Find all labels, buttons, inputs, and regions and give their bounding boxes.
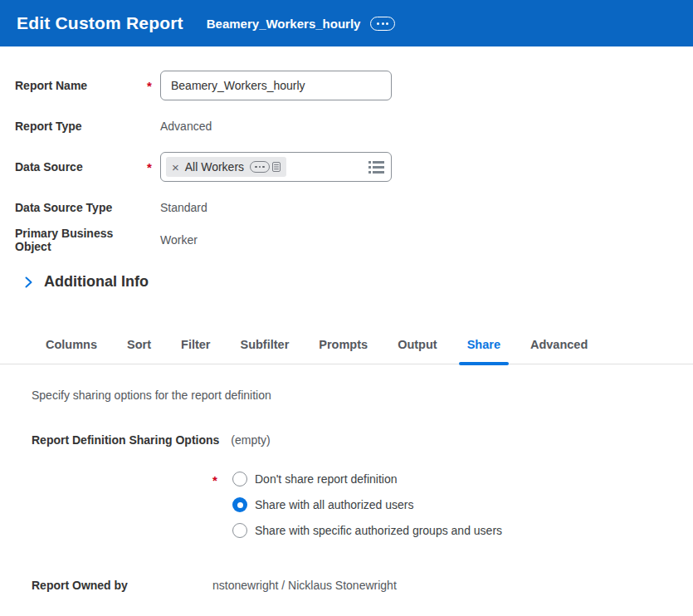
tab-share[interactable]: Share	[467, 338, 500, 364]
tab-output[interactable]: Output	[398, 338, 437, 364]
report-name-label: Report Name	[15, 79, 147, 92]
primary-business-object-row: Primary Business Object Worker	[15, 232, 693, 247]
sharing-options-row: Report Definition Sharing Options (empty…	[32, 433, 693, 447]
dot	[255, 166, 257, 169]
data-source-label: Data Source	[15, 160, 147, 174]
radio-option-dont-share[interactable]: Don't share report definition	[232, 472, 502, 486]
pill-related-actions-ellipsis-icon[interactable]	[250, 161, 270, 173]
dot	[259, 166, 261, 169]
selected-item-pill: × All Workers	[166, 157, 286, 177]
report-tabs: Columns Sort Filter Subfilter Prompts Ou…	[0, 338, 693, 364]
report-owned-by-row: Report Owned by nstonewright / Nicklaus …	[32, 579, 693, 592]
radio-label: Don't share report definition	[255, 472, 398, 486]
tab-label: Sort	[127, 338, 151, 351]
sharing-options-value: (empty)	[231, 433, 270, 447]
report-type-row: Report Type Advanced	[15, 119, 693, 134]
page-title: Edit Custom Report	[17, 13, 183, 33]
report-type-label: Report Type	[15, 120, 147, 133]
tab-label: Subfilter	[240, 338, 289, 351]
report-name-row: Report Name *	[15, 71, 693, 100]
radio-option-share-all[interactable]: Share with all authorized users	[232, 497, 502, 512]
report-type-value: Advanced	[160, 120, 212, 133]
required-asterisk: *	[147, 79, 160, 93]
active-tab-underline	[459, 362, 509, 365]
dot	[386, 22, 388, 25]
share-tab-panel: Specify sharing options for the report d…	[0, 389, 693, 592]
report-owned-by-label: Report Owned by	[32, 579, 212, 592]
report-owned-by-value: nstonewright / Nicklaus Stonewright	[212, 579, 397, 592]
radio-button[interactable]	[232, 523, 247, 538]
tab-filter[interactable]: Filter	[181, 338, 210, 364]
dot	[377, 22, 379, 25]
spacer	[32, 472, 212, 549]
radio-label: Share with specific authorized groups an…	[255, 524, 502, 537]
sharing-radio-group: * Don't share report definition Share wi…	[32, 472, 693, 549]
tab-columns[interactable]: Columns	[46, 338, 97, 364]
page-header: Edit Custom Report Beamery_Workers_hourl…	[0, 0, 693, 46]
additional-info-toggle[interactable]: Additional Info	[25, 273, 693, 291]
tab-prompts[interactable]: Prompts	[319, 338, 368, 364]
data-source-type-label: Data Source Type	[15, 201, 147, 214]
tab-label: Advanced	[530, 338, 588, 351]
radio-button[interactable]	[232, 472, 247, 486]
chevron-right-icon	[25, 276, 32, 288]
tab-label: Filter	[181, 338, 210, 351]
tab-advanced[interactable]: Advanced	[530, 338, 588, 364]
report-definition-form: Report Name * Report Type Advanced Data …	[0, 46, 693, 247]
radio-option-share-specific[interactable]: Share with specific authorized groups an…	[232, 523, 502, 538]
tab-label: Output	[398, 338, 437, 351]
report-name-subtitle: Beamery_Workers_hourly	[207, 17, 361, 31]
tab-sort[interactable]: Sort	[127, 338, 151, 364]
tab-subfilter[interactable]: Subfilter	[240, 338, 289, 364]
additional-info-label: Additional Info	[44, 273, 149, 291]
dot	[262, 166, 265, 169]
view-definition-icon[interactable]	[272, 162, 281, 172]
remove-item-icon[interactable]: ×	[172, 161, 179, 174]
tab-label: Prompts	[319, 338, 368, 351]
tab-label: Share	[467, 338, 500, 351]
data-source-type-value: Standard	[160, 201, 207, 214]
primary-business-object-value: Worker	[160, 233, 198, 247]
share-description: Specify sharing options for the report d…	[32, 389, 693, 402]
prompt-list-icon[interactable]	[368, 160, 384, 174]
radio-label: Share with all authorized users	[255, 498, 413, 511]
data-source-row: Data Source * × All Workers	[15, 152, 693, 182]
sharing-options-label: Report Definition Sharing Options	[32, 433, 219, 447]
required-asterisk: *	[147, 160, 160, 174]
report-name-input[interactable]	[160, 71, 392, 100]
required-asterisk: *	[212, 472, 232, 549]
dot	[382, 22, 384, 25]
radio-button[interactable]	[232, 497, 247, 512]
primary-business-object-label: Primary Business Object	[15, 227, 147, 253]
selected-item-label: All Workers	[185, 160, 244, 174]
data-source-type-row: Data Source Type Standard	[15, 200, 693, 215]
data-source-input[interactable]: × All Workers	[160, 152, 392, 182]
tab-label: Columns	[46, 338, 97, 351]
related-actions-ellipsis-icon[interactable]	[370, 17, 395, 31]
radio-options: Don't share report definition Share with…	[232, 472, 502, 549]
